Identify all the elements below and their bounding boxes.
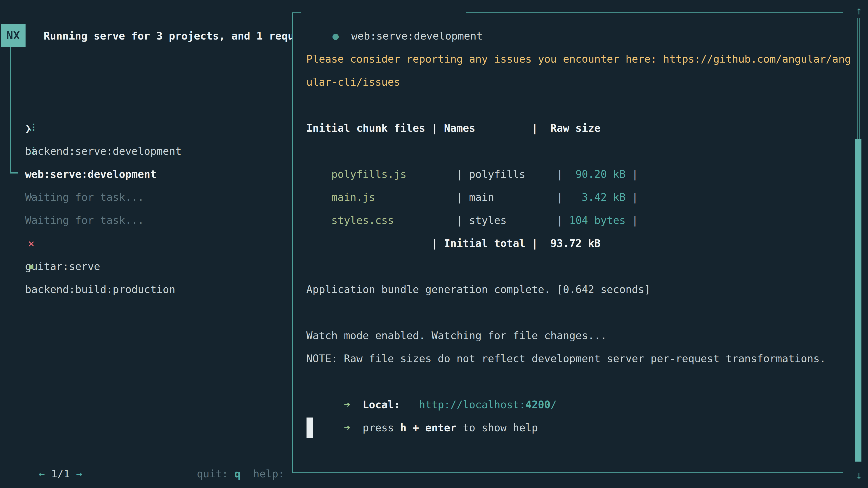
panel-title-row: ● web:serve:development bbox=[307, 1, 483, 24]
scrollbar-thumb[interactable] bbox=[855, 139, 862, 462]
chunk-table-row-polyfills: polyfills.js | polyfills | 90.20 kB | bbox=[306, 140, 638, 163]
chunk-table-header: Initial chunk files | Names | Raw size bbox=[306, 117, 600, 140]
chunk-file: styles.css bbox=[331, 214, 394, 226]
help-hint-pre: press bbox=[363, 422, 400, 434]
task-row-guitar-serve[interactable]: ✕ guitar:serve bbox=[0, 186, 100, 209]
panel-border-left bbox=[292, 12, 293, 473]
task-row-web-serve-selected[interactable]: ❯ ⠼ web:serve:development bbox=[0, 94, 156, 117]
chunk-table-row-styles: styles.css | styles | 104 bytes | bbox=[306, 186, 638, 209]
sidebar-header: Running serve for 3 projects, and 1 requ bbox=[43, 24, 292, 47]
bundle-complete-message: Application bundle generation complete. … bbox=[306, 278, 651, 301]
task-row-waiting-2[interactable]: · Waiting for task... bbox=[0, 140, 144, 163]
task-list-sidebar: NX Running serve for 3 projects, and 1 r… bbox=[0, 0, 292, 488]
arrow-icon: ➜ bbox=[331, 422, 363, 434]
quit-label: quit: bbox=[197, 468, 235, 480]
panel-border-bottom bbox=[292, 473, 843, 473]
chunk-table-total-row: | Initial total | 93.72 kB bbox=[306, 232, 600, 255]
chunk-table-row-main: main.js | main | 3.42 kB | bbox=[306, 163, 638, 186]
task-row-backend-serve[interactable]: ⠼ backend:serve:development bbox=[0, 70, 182, 94]
help-label: help: bbox=[253, 468, 291, 480]
panel-title: web:serve:development bbox=[351, 30, 483, 42]
local-server-row: ➜ Local: http://localhost:4200/ bbox=[306, 370, 557, 393]
chunk-row-separators: | styles | bbox=[394, 214, 569, 226]
help-hint-keys: h + enter bbox=[400, 422, 456, 434]
issue-notice-line-1: Please consider reporting any issues you… bbox=[306, 47, 851, 70]
page-next-arrow[interactable]: → bbox=[70, 468, 82, 480]
issue-notice-line-2: ular-cli/issues bbox=[306, 70, 400, 94]
shortcut-gap bbox=[241, 468, 253, 480]
scroll-up-arrow-icon[interactable]: ↑ bbox=[852, 0, 866, 22]
task-row-waiting-1[interactable]: · Waiting for task... bbox=[0, 117, 144, 140]
page-indicator: 1/1 bbox=[51, 468, 70, 480]
page-prev-arrow[interactable]: ← bbox=[39, 468, 51, 480]
chunk-size: 104 bytes bbox=[569, 214, 625, 226]
keyboard-shortcuts: quit: q help: ? bbox=[172, 439, 292, 462]
quit-key: q bbox=[235, 468, 241, 480]
local-url-slash[interactable]: / bbox=[550, 398, 557, 411]
help-hint-row: ➜ press h + enter to show help bbox=[306, 393, 538, 416]
scroll-down-arrow-icon[interactable]: ↓ bbox=[852, 464, 866, 486]
task-label: backend:build:production bbox=[25, 283, 176, 295]
chunk-row-end: | bbox=[625, 214, 638, 226]
task-row-backend-build[interactable]: ▪ backend:build:production bbox=[0, 209, 175, 232]
terminal-cursor bbox=[307, 418, 313, 438]
raw-size-note: NOTE: Raw file sizes do not reflect deve… bbox=[306, 347, 826, 370]
watch-mode-message: Watch mode enabled. Watching for file ch… bbox=[306, 324, 607, 347]
panel-border-top-stub bbox=[292, 12, 301, 13]
help-hint-post: to show help bbox=[457, 422, 538, 434]
panel-border-top-rule bbox=[466, 12, 843, 13]
running-status-dot-icon: ● bbox=[333, 30, 339, 42]
nx-logo: NX bbox=[1, 24, 26, 47]
pagination: ← 1/1 → bbox=[13, 439, 83, 462]
success-square-icon: ▪ bbox=[25, 255, 59, 278]
